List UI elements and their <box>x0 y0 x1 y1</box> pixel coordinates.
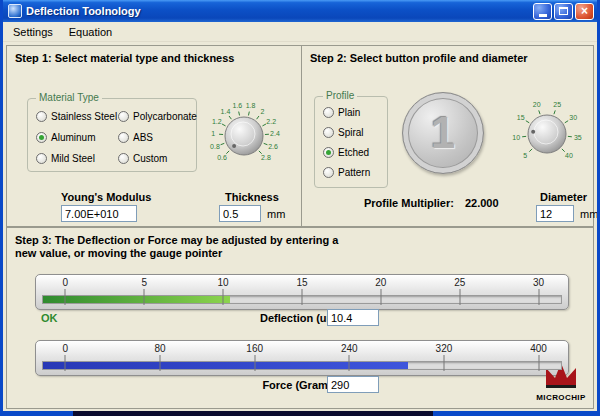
button-preview-number: 1 <box>431 108 455 158</box>
radio-icon <box>323 167 334 178</box>
menu-settings[interactable]: Settings <box>5 24 61 40</box>
svg-text:40: 40 <box>565 152 573 159</box>
menu-bar: Settings Equation <box>3 22 597 42</box>
app-window: Deflection Toolnology × Settings Equatio… <box>0 0 600 416</box>
svg-text:15: 15 <box>517 114 525 121</box>
youngs-modulus-input[interactable] <box>61 205 137 222</box>
svg-text:1.8: 1.8 <box>246 102 256 109</box>
force-gauge-scale: 080160240320400 <box>42 343 562 356</box>
svg-text:2.8: 2.8 <box>261 154 271 161</box>
minimize-button[interactable] <box>533 3 552 20</box>
svg-text:30: 30 <box>569 114 577 121</box>
maximize-icon <box>559 7 568 15</box>
youngs-modulus-label: Young's Modulus <box>61 191 151 203</box>
deflection-caption: Deflection (um) <box>7 312 593 324</box>
radio-pattern[interactable]: Pattern <box>323 166 370 179</box>
deflection-gauge[interactable]: 051015202530 <box>35 274 569 310</box>
radio-icon <box>36 111 47 122</box>
deflection-gauge-scale: 051015202530 <box>42 277 562 290</box>
profile-multiplier-value: 22.000 <box>465 197 499 209</box>
radio-selected-icon <box>323 147 334 158</box>
svg-text:2.6: 2.6 <box>268 143 278 150</box>
thickness-input[interactable] <box>219 205 261 222</box>
radio-polycarbonate[interactable]: Polycarbonate <box>118 110 197 123</box>
material-type-legend: Material Type <box>36 92 102 103</box>
radio-etched[interactable]: Etched <box>323 146 369 159</box>
svg-text:0.8: 0.8 <box>210 143 220 150</box>
diameter-input[interactable] <box>536 205 574 222</box>
radio-stainless-steel[interactable]: Stainless Steel <box>36 110 117 123</box>
thickness-label: Thickness <box>225 191 279 203</box>
svg-text:20: 20 <box>533 101 541 108</box>
radio-icon <box>323 127 334 138</box>
profile-groupbox: Profile Plain Spiral Etched Pattern <box>314 96 388 188</box>
step2-panel: Step 2: Select button profile and diamet… <box>301 45 594 227</box>
window-title: Deflection Toolnology <box>26 5 531 17</box>
radio-spiral[interactable]: Spiral <box>323 126 364 139</box>
deflection-input[interactable] <box>327 309 379 326</box>
svg-text:10: 10 <box>512 134 520 141</box>
radio-icon <box>118 111 129 122</box>
minimize-icon <box>539 14 547 17</box>
radio-plain[interactable]: Plain <box>323 106 360 119</box>
button-preview: 1 <box>402 92 484 174</box>
force-gauge[interactable]: 080160240320400 <box>35 340 569 376</box>
step1-title: Step 1: Select material type and thickne… <box>15 52 234 64</box>
deflection-gauge-fill <box>43 296 230 303</box>
profile-multiplier-label: Profile Multiplier: <box>364 197 454 209</box>
step1-panel: Step 1: Select material type and thickne… <box>6 45 302 227</box>
profile-multiplier: Profile Multiplier: 22.000 <box>364 197 499 209</box>
menu-equation[interactable]: Equation <box>61 24 120 40</box>
maximize-button[interactable] <box>554 3 573 20</box>
svg-text:2: 2 <box>261 108 265 115</box>
svg-text:35: 35 <box>574 134 582 141</box>
thickness-knob[interactable]: 0.60.811.21.41.61.822.22.42.62.8 <box>192 88 296 184</box>
step3-title: Step 3: The Deflection or Force may be a… <box>15 234 350 260</box>
force-input[interactable] <box>327 376 379 393</box>
content-area: Step 1: Select material type and thickne… <box>3 42 597 411</box>
title-bar[interactable]: Deflection Toolnology × <box>3 0 597 22</box>
force-gauge-track <box>42 361 562 370</box>
radio-icon <box>323 107 334 118</box>
profile-legend: Profile <box>323 90 357 101</box>
microchip-logo-text: MICROCHIP <box>530 393 592 402</box>
radio-custom[interactable]: Custom <box>118 152 167 165</box>
radio-icon <box>118 132 129 143</box>
svg-text:2.2: 2.2 <box>266 118 276 125</box>
diameter-unit: mm <box>580 208 598 220</box>
svg-text:1: 1 <box>211 130 215 137</box>
force-gauge-fill <box>43 362 408 369</box>
background-strip <box>73 411 433 416</box>
radio-abs[interactable]: ABS <box>118 131 153 144</box>
svg-text:0.6: 0.6 <box>217 154 227 161</box>
material-type-groupbox: Material Type Stainless Steel Polycarbon… <box>27 98 197 172</box>
radio-selected-icon <box>36 132 47 143</box>
step2-title: Step 2: Select button profile and diamet… <box>310 52 528 64</box>
diameter-label: Diameter <box>540 191 587 203</box>
force-caption: Force (Grams) <box>7 379 593 391</box>
svg-text:1.4: 1.4 <box>221 108 231 115</box>
svg-text:25: 25 <box>553 101 561 108</box>
svg-text:1.2: 1.2 <box>212 118 222 125</box>
radio-aluminum[interactable]: Aluminum <box>36 131 95 144</box>
radio-icon <box>36 153 47 164</box>
app-icon <box>8 4 22 18</box>
svg-text:1.6: 1.6 <box>233 102 243 109</box>
thickness-unit: mm <box>267 208 285 220</box>
svg-text:5: 5 <box>523 152 527 159</box>
radio-icon <box>118 153 129 164</box>
radio-mild-steel[interactable]: Mild Steel <box>36 152 95 165</box>
diameter-knob[interactable]: 510152025303540 <box>495 86 599 182</box>
svg-text:2.4: 2.4 <box>270 130 280 137</box>
close-button[interactable]: × <box>575 3 594 20</box>
close-icon: × <box>581 5 588 17</box>
step3-panel: Step 3: The Deflection or Force may be a… <box>6 227 594 409</box>
